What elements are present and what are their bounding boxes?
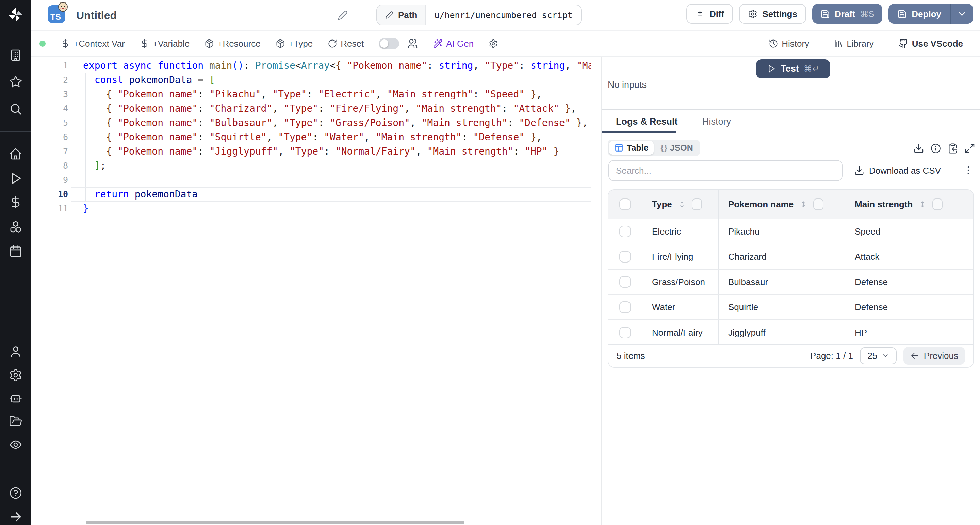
copy-clipboard-icon[interactable] [947, 143, 958, 154]
table-row: ElectricPikachuSpeed [608, 219, 973, 244]
view-toggle-json[interactable]: { } JSON [655, 141, 698, 155]
deploy-button[interactable]: Deploy [888, 4, 973, 24]
reset-button[interactable]: Reset [328, 38, 364, 49]
download-csv-button[interactable]: Download as CSV [854, 160, 941, 181]
code-line[interactable]: 8 ]; [31, 159, 591, 173]
row-checkbox[interactable] [619, 301, 631, 313]
result-actions [913, 143, 975, 154]
horizontal-scrollbar[interactable] [86, 521, 464, 524]
code-line[interactable]: 1export async function main(): Promise<A… [31, 59, 591, 73]
code-line[interactable]: 6 { "Pokemon name": "Squirtle", "Type": … [31, 130, 591, 144]
code-line[interactable]: 4 { "Pokemon name": "Charizard", "Type":… [31, 101, 591, 116]
audit-logs-icon[interactable] [9, 438, 22, 452]
code-line[interactable]: 9 [31, 173, 591, 187]
variables-icon[interactable] [9, 195, 22, 209]
deploy-dropdown[interactable] [950, 4, 973, 24]
path-field[interactable]: Path u/henri/unencumbered_script [376, 5, 582, 25]
folders-icon[interactable] [9, 415, 22, 428]
add-variable-button[interactable]: +Variable [140, 38, 190, 49]
deploy-main[interactable]: Deploy [888, 4, 950, 24]
line-number: 1 [31, 59, 68, 73]
sort-icon[interactable] [799, 199, 808, 209]
row-checkbox[interactable] [619, 251, 631, 263]
settings-icon[interactable] [9, 369, 22, 382]
schedules-icon[interactable] [9, 244, 22, 258]
home-icon[interactable] [9, 147, 22, 161]
code-text: { "Pokemon name": "Squirtle", "Type": "W… [68, 130, 542, 144]
row-checkbox[interactable] [619, 276, 631, 288]
add-resource-button[interactable]: +Resource [205, 38, 260, 49]
test-button[interactable]: Test ⌘↵ [756, 59, 830, 78]
row-checkbox[interactable] [619, 327, 631, 338]
column-filter-box[interactable] [692, 198, 702, 210]
library-button[interactable]: Library [834, 38, 873, 49]
tab-logs-result[interactable]: Logs & Result [616, 110, 678, 133]
workspace-icon[interactable] [9, 48, 22, 62]
sort-icon[interactable] [678, 199, 686, 209]
page-size-select[interactable]: 25 [860, 347, 897, 364]
select-all-checkbox[interactable] [619, 198, 631, 210]
column-filter-box[interactable] [932, 198, 943, 210]
table-row: Normal/FairyJigglypuffHP [608, 320, 973, 345]
runs-icon[interactable] [9, 172, 22, 185]
column-filter-box[interactable] [813, 198, 824, 210]
code-text: ]; [68, 159, 106, 173]
column-header: Pokemon name [718, 190, 845, 219]
row-checkbox[interactable] [619, 226, 631, 237]
add-context-var-button[interactable]: +Context Var [60, 38, 125, 49]
expand-result-icon[interactable] [964, 143, 975, 154]
view-toggle-table[interactable]: Table [609, 141, 654, 155]
tab-history[interactable]: History [702, 110, 731, 133]
download-result-icon[interactable] [913, 143, 924, 154]
code-line[interactable]: 11} [31, 201, 591, 216]
code-text [68, 173, 83, 187]
code-line[interactable]: 3 { "Pokemon name": "Pikachu", "Type": "… [31, 87, 591, 101]
panel-splitter[interactable] [592, 56, 601, 525]
resources-icon[interactable] [9, 220, 22, 233]
search-input[interactable] [608, 160, 843, 181]
search-icon[interactable] [9, 102, 22, 116]
ai-gen-button[interactable]: AI Gen [433, 38, 474, 49]
table-cell: Defense [845, 270, 974, 294]
ai-gen-label: AI Gen [446, 38, 474, 49]
history-icon [769, 39, 778, 48]
editor-toolbar: +Context Var +Variable +Resource +Type R… [31, 30, 980, 56]
history-button[interactable]: History [769, 38, 809, 49]
add-type-button[interactable]: +Type [275, 38, 313, 49]
use-vscode-button[interactable]: Use VScode [898, 38, 963, 49]
more-options-icon[interactable] [963, 164, 974, 176]
table-body: ElectricPikachuSpeedFire/FlyingCharizard… [608, 219, 973, 345]
previous-page-button[interactable]: Previous [904, 347, 965, 365]
result-table-card: TypePokemon nameMain strength ElectricPi… [608, 189, 974, 368]
favorites-icon[interactable] [9, 75, 22, 89]
code-viewport[interactable]: 1export async function main(): Promise<A… [31, 56, 592, 525]
reset-label: Reset [340, 38, 364, 49]
sort-icon[interactable] [918, 199, 927, 209]
code-line[interactable]: 10 return pokemonData [31, 187, 591, 201]
pagination: Page: 1 / 1 25 Previous [810, 347, 965, 365]
workers-icon[interactable] [9, 391, 22, 405]
library-label: Library [846, 38, 873, 49]
line-number: 3 [31, 87, 68, 101]
users-icon[interactable] [9, 345, 22, 358]
help-icon[interactable] [9, 486, 22, 500]
table-row: Fire/FlyingCharizardAttack [608, 244, 973, 270]
code-line[interactable]: 2 const pokemonData = [ [31, 73, 591, 87]
multiplayer-toggle[interactable] [379, 38, 399, 49]
multiplayer-users-button[interactable] [407, 38, 418, 49]
path-label: Path [398, 10, 417, 21]
windmill-logo-icon[interactable] [8, 7, 24, 23]
row-checkbox-cell [608, 219, 642, 244]
code-line[interactable]: 5 { "Pokemon name": "Bulbasaur", "Type":… [31, 116, 591, 130]
code-line[interactable]: 7 { "Pokemon name": "Jigglypuff", "Type"… [31, 144, 591, 159]
info-icon[interactable] [930, 143, 941, 154]
cell-value: Speed [855, 227, 880, 237]
row-checkbox-cell [608, 270, 642, 294]
draft-button[interactable]: Draft ⌘S [812, 4, 882, 24]
diff-button[interactable]: Diff [686, 4, 733, 24]
editor-settings-button[interactable] [488, 39, 498, 48]
edit-summary-icon[interactable] [337, 10, 348, 21]
settings-button[interactable]: Settings [739, 4, 806, 24]
previous-label: Previous [924, 351, 958, 361]
expand-sidebar-icon[interactable] [9, 510, 22, 523]
